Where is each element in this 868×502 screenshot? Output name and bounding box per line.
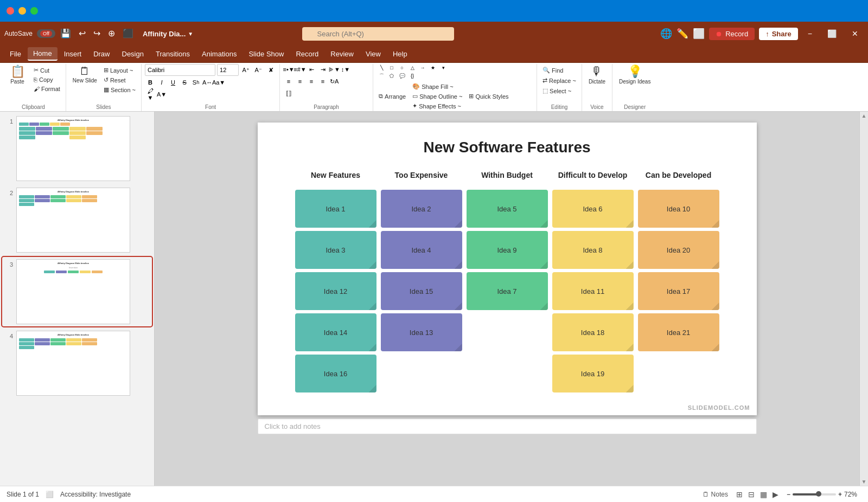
idea-card-19[interactable]: Idea 19	[552, 355, 634, 392]
idea-card-15[interactable]: Idea 15	[381, 272, 462, 310]
menu-animations[interactable]: Animations	[196, 48, 242, 60]
shape-callout[interactable]: 💬	[397, 72, 407, 80]
notes-click-area[interactable]: Click to add notes	[258, 419, 757, 434]
shape-circle[interactable]: ○	[397, 64, 407, 72]
share-button[interactable]: ↑ Share	[759, 28, 798, 40]
underline-button[interactable]: U	[168, 78, 178, 87]
idea-card-5[interactable]: Idea 5	[467, 190, 548, 228]
align-left-btn[interactable]: ≡	[283, 76, 294, 86]
clear-format-btn[interactable]: ✘	[265, 65, 276, 75]
cut-button[interactable]: ✂ Cut	[31, 66, 62, 75]
record-button[interactable]: ⏺ Record	[709, 28, 755, 40]
font-size-input[interactable]	[217, 64, 239, 76]
paste-button[interactable]: 📋 Paste	[4, 64, 30, 86]
right-scrollbar[interactable]: ▲ ▼	[859, 112, 868, 486]
dictate-button[interactable]: 🎙 Dictate	[585, 64, 609, 86]
layout-button[interactable]: ⊞ Layout ~	[101, 66, 138, 75]
slide-thumb-2[interactable]: 2 Affinity Diagram Slide timeline	[2, 185, 152, 255]
menu-transitions[interactable]: Transitions	[150, 48, 195, 60]
titlebar-close-btn[interactable]	[7, 7, 14, 15]
shape-curve[interactable]: ⌒	[376, 72, 386, 80]
idea-card-20[interactable]: Idea 20	[638, 231, 719, 269]
shape-outline-button[interactable]: ▭ Shape Outline ~	[410, 92, 464, 101]
decrease-indent-btn[interactable]: ⇤	[306, 65, 317, 74]
strikethrough-button[interactable]: S	[179, 78, 190, 87]
idea-card-1[interactable]: Idea 1	[295, 190, 376, 228]
font-increase-btn[interactable]: A⁺	[240, 65, 251, 75]
reset-button[interactable]: ↺ Reset	[101, 75, 138, 85]
justify-btn[interactable]: ≡	[317, 76, 328, 86]
idea-card-6[interactable]: Idea 6	[552, 190, 634, 228]
design-ideas-button[interactable]: 💡 Design Ideas	[616, 64, 654, 86]
slide-canvas-area[interactable]: New Software Features New Features Idea …	[155, 112, 859, 486]
customize-btn[interactable]: ⊕	[105, 27, 118, 40]
idea-card-9[interactable]: Idea 9	[467, 231, 548, 269]
menu-draw[interactable]: Draw	[88, 48, 115, 60]
slide-thumb-1[interactable]: 1 Affinity Diagram Slide timeline	[2, 114, 152, 183]
font-decrease-btn[interactable]: A⁻	[253, 65, 264, 75]
quick-styles-button[interactable]: ⊞ Quick Styles	[467, 92, 510, 101]
menu-view[interactable]: View	[360, 48, 386, 60]
idea-card-4[interactable]: Idea 4	[381, 231, 462, 269]
text-dir-btn[interactable]: ↻A	[329, 76, 340, 86]
idea-card-8[interactable]: Idea 8	[552, 231, 634, 269]
font-case-button[interactable]: Aa▼	[213, 78, 224, 87]
titlebar-min-btn[interactable]	[18, 7, 26, 15]
normal-view-btn[interactable]: ⊞	[735, 489, 744, 500]
menu-help[interactable]: Help	[387, 48, 413, 60]
save-button[interactable]: 💾	[58, 27, 74, 40]
titlebar-max-btn[interactable]	[30, 7, 38, 15]
font-name-input[interactable]	[145, 64, 215, 76]
close-button[interactable]: ✕	[846, 27, 864, 40]
slide-sorter-btn[interactable]: ⊟	[746, 489, 756, 500]
zoom-out-btn[interactable]: −	[787, 491, 790, 498]
menu-record[interactable]: Record	[290, 48, 324, 60]
idea-card-14[interactable]: Idea 14	[295, 313, 376, 351]
find-button[interactable]: 🔍 Find	[540, 66, 565, 75]
idea-card-13[interactable]: Idea 13	[381, 313, 462, 351]
menu-insert[interactable]: Insert	[59, 48, 87, 60]
italic-button[interactable]: I	[156, 78, 167, 87]
arrange-button[interactable]: ⧉ Arrange	[376, 92, 408, 101]
shape-triangle[interactable]: △	[407, 64, 417, 72]
highlight-button[interactable]: 🖍▼	[145, 89, 156, 99]
zoom-in-btn[interactable]: +	[838, 491, 842, 498]
select-button[interactable]: ⬚ Select ~	[540, 86, 573, 95]
shape-line[interactable]: ╲	[376, 64, 386, 72]
align-right-btn[interactable]: ≡	[306, 76, 317, 86]
replace-button[interactable]: ⇄ Replace ~	[540, 76, 578, 85]
char-spacing-button[interactable]: A↔	[202, 78, 213, 87]
bullets-button[interactable]: ≡•▼	[283, 65, 294, 74]
numbering-button[interactable]: ≡#▼	[295, 65, 305, 74]
slideshow-btn[interactable]: ▶	[771, 489, 780, 500]
format-painter-button[interactable]: 🖌 Format	[31, 85, 62, 93]
reading-view-btn[interactable]: ▦	[758, 489, 769, 500]
idea-card-10[interactable]: Idea 10	[638, 190, 719, 228]
filename-chevron[interactable]: ▼	[188, 31, 193, 37]
section-button[interactable]: ▦ Section ~	[101, 85, 138, 94]
menu-review[interactable]: Review	[325, 48, 359, 60]
menu-home[interactable]: Home	[28, 47, 58, 61]
copy-button[interactable]: ⎘ Copy	[31, 75, 62, 84]
notes-toggle[interactable]: 🗒 Notes	[703, 491, 728, 498]
columns-btn[interactable]: ⫸▼	[329, 65, 340, 74]
zoom-thumb[interactable]	[816, 491, 821, 497]
shape-fill-button[interactable]: 🎨 Shape Fill ~	[410, 82, 464, 91]
shape-star[interactable]: ★	[428, 64, 438, 72]
bold-button[interactable]: B	[145, 78, 156, 87]
idea-card-3[interactable]: Idea 3	[295, 231, 376, 269]
search-input[interactable]	[302, 27, 454, 41]
shape-brace[interactable]: {}	[407, 72, 417, 80]
idea-card-11[interactable]: Idea 11	[552, 272, 634, 310]
shape-effects-button[interactable]: ✦ Shape Effects ~	[410, 101, 464, 111]
line-spacing-btn[interactable]: ↕▼	[340, 65, 351, 74]
restore-button[interactable]: ⬜	[822, 27, 842, 40]
filename-display[interactable]: Affinity Dia... ▼	[143, 30, 193, 38]
present-icon[interactable]: ⬜	[693, 28, 705, 40]
idea-card-7[interactable]: Idea 7	[467, 272, 548, 310]
shape-arrow[interactable]: →	[418, 64, 427, 72]
font-color-button[interactable]: A▼	[156, 89, 167, 99]
menu-file[interactable]: File	[4, 48, 27, 60]
globe-icon[interactable]: 🌐	[660, 28, 672, 40]
shadow-button[interactable]: Sh	[190, 78, 201, 87]
